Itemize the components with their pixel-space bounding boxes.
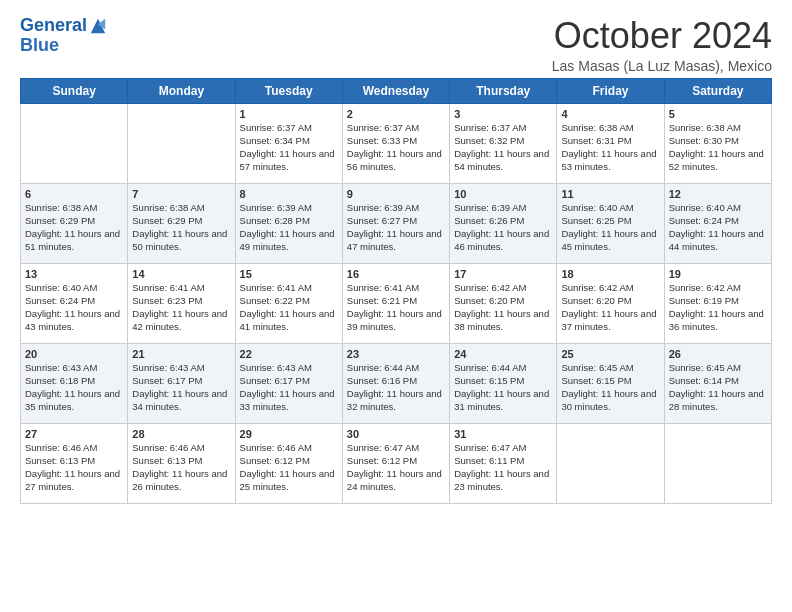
day-info: Sunset: 6:20 PM [454, 295, 552, 308]
day-info: Daylight: 11 hours and 32 minutes. [347, 388, 445, 414]
calendar-cell: 7Sunrise: 6:38 AMSunset: 6:29 PMDaylight… [128, 183, 235, 263]
day-number: 19 [669, 267, 767, 282]
day-info: Daylight: 11 hours and 49 minutes. [240, 228, 338, 254]
day-number: 23 [347, 347, 445, 362]
day-info: Sunrise: 6:47 AM [454, 442, 552, 455]
day-info: Sunrise: 6:41 AM [132, 282, 230, 295]
col-sunday: Sunday [21, 78, 128, 103]
day-number: 17 [454, 267, 552, 282]
day-info: Sunset: 6:25 PM [561, 215, 659, 228]
logo: General Blue [20, 16, 107, 56]
day-info: Sunrise: 6:40 AM [25, 282, 123, 295]
day-info: Daylight: 11 hours and 39 minutes. [347, 308, 445, 334]
day-info: Sunrise: 6:45 AM [669, 362, 767, 375]
calendar-cell: 24Sunrise: 6:44 AMSunset: 6:15 PMDayligh… [450, 343, 557, 423]
day-info: Sunset: 6:33 PM [347, 135, 445, 148]
day-info: Sunrise: 6:46 AM [132, 442, 230, 455]
calendar-cell: 12Sunrise: 6:40 AMSunset: 6:24 PMDayligh… [664, 183, 771, 263]
header: General Blue October 2024 Las Masas (La … [20, 16, 772, 74]
calendar-cell: 4Sunrise: 6:38 AMSunset: 6:31 PMDaylight… [557, 103, 664, 183]
day-info: Sunset: 6:28 PM [240, 215, 338, 228]
day-info: Sunset: 6:31 PM [561, 135, 659, 148]
day-number: 1 [240, 107, 338, 122]
calendar-cell: 26Sunrise: 6:45 AMSunset: 6:14 PMDayligh… [664, 343, 771, 423]
header-row: Sunday Monday Tuesday Wednesday Thursday… [21, 78, 772, 103]
calendar-cell: 28Sunrise: 6:46 AMSunset: 6:13 PMDayligh… [128, 423, 235, 503]
day-info: Daylight: 11 hours and 44 minutes. [669, 228, 767, 254]
day-info: Sunrise: 6:42 AM [561, 282, 659, 295]
day-info: Daylight: 11 hours and 33 minutes. [240, 388, 338, 414]
day-info: Sunrise: 6:37 AM [454, 122, 552, 135]
day-info: Sunset: 6:26 PM [454, 215, 552, 228]
day-info: Sunset: 6:29 PM [132, 215, 230, 228]
calendar-cell: 27Sunrise: 6:46 AMSunset: 6:13 PMDayligh… [21, 423, 128, 503]
col-thursday: Thursday [450, 78, 557, 103]
day-number: 5 [669, 107, 767, 122]
calendar-cell [128, 103, 235, 183]
week-row-3: 13Sunrise: 6:40 AMSunset: 6:24 PMDayligh… [21, 263, 772, 343]
day-info: Daylight: 11 hours and 52 minutes. [669, 148, 767, 174]
day-info: Sunset: 6:15 PM [454, 375, 552, 388]
day-info: Sunrise: 6:38 AM [561, 122, 659, 135]
day-info: Sunrise: 6:39 AM [240, 202, 338, 215]
calendar-cell: 14Sunrise: 6:41 AMSunset: 6:23 PMDayligh… [128, 263, 235, 343]
calendar-cell: 25Sunrise: 6:45 AMSunset: 6:15 PMDayligh… [557, 343, 664, 423]
calendar-cell: 17Sunrise: 6:42 AMSunset: 6:20 PMDayligh… [450, 263, 557, 343]
day-info: Sunrise: 6:42 AM [454, 282, 552, 295]
day-info: Sunrise: 6:44 AM [347, 362, 445, 375]
col-monday: Monday [128, 78, 235, 103]
calendar-cell: 29Sunrise: 6:46 AMSunset: 6:12 PMDayligh… [235, 423, 342, 503]
calendar-cell: 16Sunrise: 6:41 AMSunset: 6:21 PMDayligh… [342, 263, 449, 343]
day-number: 28 [132, 427, 230, 442]
day-info: Sunrise: 6:43 AM [240, 362, 338, 375]
day-info: Sunset: 6:32 PM [454, 135, 552, 148]
day-info: Daylight: 11 hours and 53 minutes. [561, 148, 659, 174]
day-info: Sunset: 6:24 PM [669, 215, 767, 228]
day-info: Daylight: 11 hours and 24 minutes. [347, 468, 445, 494]
logo-icon [89, 17, 107, 35]
day-info: Sunset: 6:23 PM [132, 295, 230, 308]
day-info: Sunrise: 6:40 AM [669, 202, 767, 215]
day-number: 29 [240, 427, 338, 442]
day-info: Daylight: 11 hours and 34 minutes. [132, 388, 230, 414]
day-info: Daylight: 11 hours and 45 minutes. [561, 228, 659, 254]
day-info: Sunset: 6:15 PM [561, 375, 659, 388]
calendar-cell: 13Sunrise: 6:40 AMSunset: 6:24 PMDayligh… [21, 263, 128, 343]
day-number: 24 [454, 347, 552, 362]
day-info: Sunset: 6:21 PM [347, 295, 445, 308]
day-info: Daylight: 11 hours and 41 minutes. [240, 308, 338, 334]
calendar-header: Sunday Monday Tuesday Wednesday Thursday… [21, 78, 772, 103]
calendar-cell [557, 423, 664, 503]
calendar-cell: 3Sunrise: 6:37 AMSunset: 6:32 PMDaylight… [450, 103, 557, 183]
logo-text: General [20, 16, 87, 36]
week-row-4: 20Sunrise: 6:43 AMSunset: 6:18 PMDayligh… [21, 343, 772, 423]
calendar-cell: 18Sunrise: 6:42 AMSunset: 6:20 PMDayligh… [557, 263, 664, 343]
day-number: 21 [132, 347, 230, 362]
day-info: Sunset: 6:12 PM [347, 455, 445, 468]
calendar-cell: 6Sunrise: 6:38 AMSunset: 6:29 PMDaylight… [21, 183, 128, 263]
day-number: 4 [561, 107, 659, 122]
day-info: Sunset: 6:13 PM [132, 455, 230, 468]
day-info: Sunset: 6:27 PM [347, 215, 445, 228]
day-info: Daylight: 11 hours and 37 minutes. [561, 308, 659, 334]
day-number: 31 [454, 427, 552, 442]
day-info: Sunset: 6:29 PM [25, 215, 123, 228]
day-info: Daylight: 11 hours and 46 minutes. [454, 228, 552, 254]
month-title: October 2024 [552, 16, 772, 56]
calendar-cell: 19Sunrise: 6:42 AMSunset: 6:19 PMDayligh… [664, 263, 771, 343]
calendar-cell: 22Sunrise: 6:43 AMSunset: 6:17 PMDayligh… [235, 343, 342, 423]
calendar-cell: 2Sunrise: 6:37 AMSunset: 6:33 PMDaylight… [342, 103, 449, 183]
day-info: Sunset: 6:12 PM [240, 455, 338, 468]
calendar-cell [664, 423, 771, 503]
calendar-cell: 21Sunrise: 6:43 AMSunset: 6:17 PMDayligh… [128, 343, 235, 423]
location-subtitle: Las Masas (La Luz Masas), Mexico [552, 58, 772, 74]
day-info: Daylight: 11 hours and 36 minutes. [669, 308, 767, 334]
calendar-cell [21, 103, 128, 183]
day-number: 27 [25, 427, 123, 442]
day-number: 20 [25, 347, 123, 362]
day-info: Sunset: 6:11 PM [454, 455, 552, 468]
day-info: Sunrise: 6:37 AM [240, 122, 338, 135]
day-info: Sunset: 6:16 PM [347, 375, 445, 388]
day-number: 13 [25, 267, 123, 282]
calendar-cell: 5Sunrise: 6:38 AMSunset: 6:30 PMDaylight… [664, 103, 771, 183]
